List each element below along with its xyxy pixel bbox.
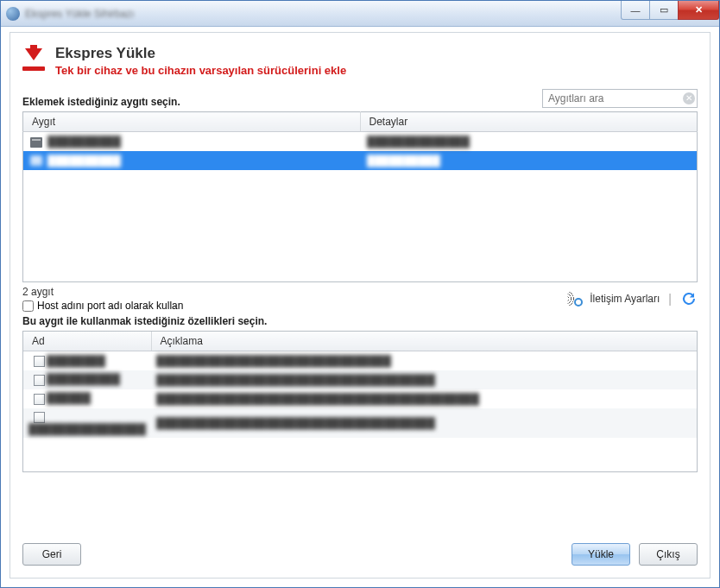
device-section-label: Eklemek istediğiniz aygıtı seçin.	[22, 96, 180, 108]
search-wrap: ✕	[542, 89, 698, 108]
feature-row[interactable]: ████████ ███████████████████████████████…	[23, 351, 697, 370]
feature-desc: ████████████████████████████████	[156, 355, 391, 367]
install-button[interactable]: Yükle	[572, 543, 630, 566]
device-row[interactable]: ██████████ ██████████████	[23, 132, 698, 151]
content-pane: Ekspres Yükle Tek bir cihaz ve bu cihazı…	[9, 32, 711, 579]
device-icon	[30, 155, 42, 166]
close-button[interactable]: ✕	[678, 1, 719, 20]
device-table: Aygıt Detaylar ██████████ ██████████████…	[22, 111, 698, 282]
feature-row[interactable]: ██████████ █████████████████████████████…	[23, 370, 697, 389]
hostport-checkbox-row[interactable]: Host adını port adı olarak kullan	[22, 300, 183, 312]
page-subtitle: Tek bir cihaz ve bu cihazın varsayılan s…	[55, 64, 346, 77]
maximize-button[interactable]: ▭	[649, 1, 679, 20]
search-input[interactable]	[542, 89, 698, 108]
features-table-wrap: Ad Açıklama ████████ ███████████████████…	[22, 331, 698, 472]
device-name: ██████████	[47, 136, 121, 148]
device-count-label: 2 aygıt	[22, 286, 183, 298]
feature-name: ██████	[47, 392, 91, 404]
titlebar[interactable]: Ekspres Yükle Sihirbazı — ▭ ✕	[1, 1, 719, 27]
clear-search-icon[interactable]: ✕	[683, 92, 695, 104]
features-section-label: Bu aygıt ile kullanmak istediğiniz özell…	[22, 315, 698, 327]
feature-desc: ██████████████████████████████████████	[156, 417, 435, 429]
installer-window: Ekspres Yükle Sihirbazı — ▭ ✕ Ekspres Yü…	[0, 0, 720, 588]
app-icon	[6, 7, 20, 21]
refresh-button[interactable]	[680, 290, 698, 307]
device-col-name[interactable]: Aygıt	[23, 112, 361, 132]
feature-col-name[interactable]: Ad	[23, 332, 151, 351]
hostport-checkbox-label: Host adını port adı olarak kullan	[37, 300, 183, 312]
device-icon	[30, 137, 42, 148]
device-details: ██████████████	[367, 136, 470, 148]
back-button[interactable]: Geri	[22, 543, 81, 566]
window-controls: — ▭ ✕	[622, 1, 719, 20]
hostport-checkbox[interactable]	[22, 300, 34, 312]
feature-col-desc[interactable]: Açıklama	[151, 332, 697, 351]
window-title: Ekspres Yükle Sihirbazı	[25, 8, 135, 20]
feature-checkbox[interactable]	[34, 375, 45, 386]
exit-button[interactable]: Çıkış	[639, 543, 698, 566]
device-row[interactable]: ██████████ ██████████	[23, 151, 698, 170]
feature-desc: ██████████████████████████████████████	[156, 374, 435, 386]
device-name: ██████████	[47, 155, 121, 167]
feature-name: ████████	[47, 355, 105, 367]
page-title: Ekspres Yükle	[55, 45, 346, 62]
feature-name: ████████████████	[28, 423, 146, 435]
separator: |	[668, 292, 672, 306]
feature-name: ██████████	[47, 373, 120, 385]
device-col-details[interactable]: Detaylar	[360, 112, 698, 132]
minimize-button[interactable]: —	[621, 1, 650, 20]
feature-checkbox[interactable]	[34, 394, 45, 405]
button-bar: Geri Yükle Çıkış	[22, 543, 698, 566]
feature-checkbox[interactable]	[34, 412, 45, 423]
device-details: ██████████	[367, 155, 440, 167]
download-icon	[22, 47, 45, 71]
feature-desc: ████████████████████████████████████████…	[156, 393, 479, 405]
feature-row[interactable]: ████████████████ ███████████████████████…	[23, 408, 697, 438]
feature-row[interactable]: ██████ █████████████████████████████████…	[23, 389, 697, 408]
comm-settings-link[interactable]: İletişim Ayarları	[590, 293, 660, 305]
feature-checkbox[interactable]	[34, 356, 45, 367]
page-header: Ekspres Yükle Tek bir cihaz ve bu cihazı…	[22, 45, 698, 77]
comm-settings-icon	[562, 291, 583, 307]
refresh-icon	[681, 291, 697, 307]
features-table: Ad Açıklama ████████ ███████████████████…	[23, 332, 697, 438]
